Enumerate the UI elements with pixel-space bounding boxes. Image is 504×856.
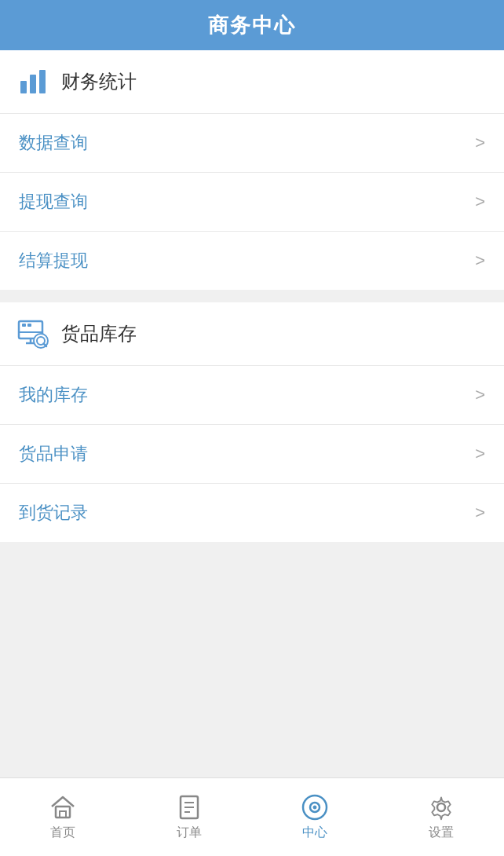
- svg-rect-1: [30, 75, 36, 93]
- menu-item-label: 我的库存: [19, 383, 88, 407]
- svg-rect-6: [27, 324, 31, 327]
- center-icon: [301, 793, 329, 821]
- bottom-nav: 首页 订单 中心 设置: [0, 777, 504, 856]
- svg-rect-0: [20, 81, 27, 93]
- orders-icon: [175, 793, 203, 821]
- inventory-title: 货品库存: [61, 321, 137, 346]
- inventory-section: 货品库存 我的库存 > 货品申请 > 到货记录 >: [0, 302, 504, 542]
- menu-item-label: 提现查询: [19, 190, 88, 214]
- menu-item-my-inventory[interactable]: 我的库存 >: [0, 366, 504, 425]
- arrow-icon: >: [475, 503, 485, 523]
- inventory-icon: [16, 316, 50, 351]
- menu-item-settlement[interactable]: 结算提现 >: [0, 232, 504, 290]
- svg-rect-2: [39, 70, 46, 93]
- nav-label-center: 中心: [302, 825, 327, 841]
- arrow-icon: >: [475, 133, 485, 153]
- nav-item-home[interactable]: 首页: [0, 778, 126, 856]
- menu-item-label: 数据查询: [19, 131, 88, 155]
- nav-label-home: 首页: [50, 825, 75, 841]
- bar-chart-icon: [16, 64, 50, 99]
- arrow-icon: >: [475, 251, 485, 271]
- arrow-icon: >: [475, 444, 485, 464]
- finance-title: 财务统计: [61, 69, 137, 94]
- arrow-icon: >: [475, 192, 485, 212]
- finance-section-header: 财务统计: [0, 50, 504, 114]
- svg-point-21: [437, 803, 445, 811]
- home-icon: [49, 793, 77, 821]
- inventory-section-header: 货品库存: [0, 302, 504, 366]
- nav-label-orders: 订单: [177, 825, 202, 841]
- app-header: 商务中心: [0, 0, 504, 50]
- main-content: 财务统计 数据查询 > 提现查询 > 结算提现 >: [0, 50, 504, 777]
- nav-label-settings: 设置: [429, 825, 454, 841]
- arrow-icon: >: [475, 385, 485, 405]
- nav-item-center[interactable]: 中心: [252, 778, 378, 856]
- menu-item-label: 到货记录: [19, 501, 88, 525]
- finance-section: 财务统计 数据查询 > 提现查询 > 结算提现 >: [0, 50, 504, 290]
- header-title: 商务中心: [208, 12, 296, 39]
- menu-item-withdraw-query[interactable]: 提现查询 >: [0, 173, 504, 232]
- menu-item-label: 结算提现: [19, 249, 88, 273]
- content-spacer: [0, 554, 504, 777]
- nav-item-orders[interactable]: 订单: [126, 778, 253, 856]
- svg-point-20: [313, 806, 316, 809]
- nav-item-settings[interactable]: 设置: [378, 778, 505, 856]
- menu-item-data-query[interactable]: 数据查询 >: [0, 114, 504, 173]
- menu-item-label: 货品申请: [19, 442, 88, 466]
- svg-rect-5: [22, 324, 26, 327]
- menu-item-goods-application[interactable]: 货品申请 >: [0, 425, 504, 484]
- settings-icon: [427, 793, 455, 821]
- menu-item-delivery-record[interactable]: 到货记录 >: [0, 484, 504, 542]
